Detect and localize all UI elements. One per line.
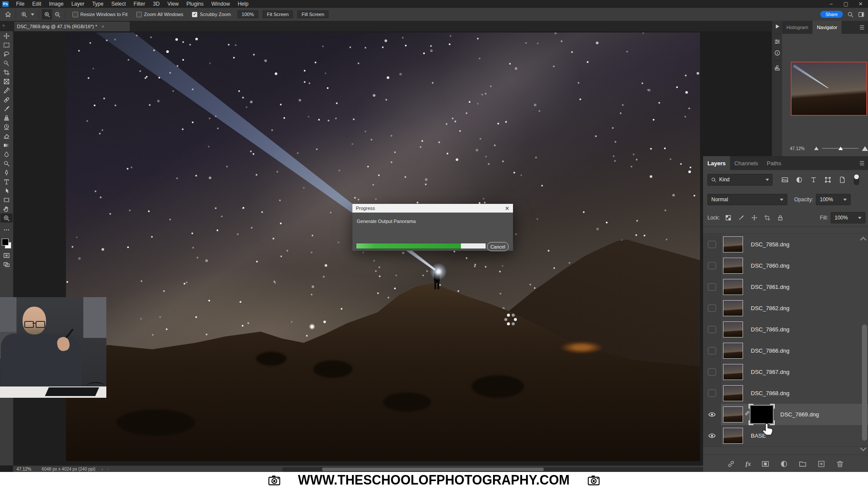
layer-thumbnail[interactable] <box>723 300 743 316</box>
layer-thumbnail[interactable] <box>723 279 743 295</box>
layer-name[interactable]: DSC_7866.dng <box>751 340 789 361</box>
layer-row-dsc-7869-dng[interactable]: DSC_7869.dng <box>703 404 868 426</box>
tool-gradient[interactable] <box>0 141 13 150</box>
checkbox-icon[interactable] <box>72 12 78 17</box>
close-button[interactable]: ✕ <box>853 0 868 8</box>
filter-type-layer-icon[interactable] <box>810 176 817 183</box>
menu-layer[interactable]: Layer <box>67 0 88 8</box>
layer-row-dsc-7868-dng[interactable]: DSC_7868.dng <box>703 383 868 404</box>
filter-smart-object-icon[interactable] <box>838 176 846 183</box>
layer-row-dsc-7858-dng[interactable]: DSC_7858.dng <box>703 234 868 255</box>
filter-kind-dropdown[interactable]: Kind <box>707 174 773 186</box>
checkbox-zoom-all-windows[interactable]: Zoom All Windows <box>136 12 183 17</box>
color-swatches[interactable] <box>0 236 13 251</box>
visibility-toggle[interactable] <box>703 425 721 446</box>
tab-navigator[interactable]: Navigator <box>812 21 842 34</box>
tool-type[interactable] <box>0 177 13 186</box>
layer-row-dsc-7865-dng[interactable]: DSC_7865.dng <box>703 319 868 341</box>
panel-menu-icon[interactable]: ☰ <box>856 156 868 170</box>
lock-artboard-icon[interactable] <box>764 214 771 221</box>
visibility-toggle[interactable] <box>703 404 721 425</box>
layer-name[interactable]: DSC_7865.dng <box>751 319 789 340</box>
layers-scrollbar[interactable] <box>862 324 867 441</box>
layer-name[interactable]: DSC_7860.dng <box>751 255 789 276</box>
menu-help[interactable]: Help <box>234 0 253 8</box>
horizontal-scrollbar[interactable] <box>282 467 713 472</box>
visibility-toggle[interactable] <box>703 383 721 404</box>
dialog-close-icon[interactable]: ✕ <box>505 205 510 212</box>
panel-menu-icon[interactable]: ☰ <box>856 21 868 34</box>
tool-history-brush[interactable] <box>0 122 13 131</box>
zoom-out-mountain-icon[interactable] <box>814 147 819 150</box>
slider-thumb[interactable] <box>838 147 843 150</box>
lock-pixels-icon[interactable] <box>738 214 745 221</box>
tool-quick-mask[interactable] <box>0 251 13 260</box>
panel-info-icon[interactable] <box>772 47 783 59</box>
menu-window[interactable]: Window <box>207 0 234 8</box>
tool-lasso[interactable] <box>0 49 13 59</box>
menu-select[interactable]: Select <box>107 0 129 8</box>
zoom-100-button[interactable]: 100% <box>237 10 258 18</box>
tool-blur[interactable] <box>0 150 13 159</box>
tool-eraser[interactable] <box>0 131 13 141</box>
tab-histogram[interactable]: Histogram <box>782 21 812 34</box>
tool-crop[interactable] <box>0 68 13 77</box>
filter-toggle[interactable] <box>854 174 859 185</box>
checkbox-scrubby-zoom[interactable]: ✓Scrubby Zoom <box>192 12 231 17</box>
tool-brush[interactable] <box>0 104 13 113</box>
layer-row-dsc-7860-dng[interactable]: DSC_7860.dng <box>703 255 868 277</box>
tool-ellipsis[interactable] <box>0 225 13 234</box>
layer-row-dsc-7866-dng[interactable]: DSC_7866.dng <box>703 340 868 362</box>
tab-paths[interactable]: Paths <box>763 156 786 170</box>
menu-plugins[interactable]: Plugins <box>183 0 207 8</box>
delete-layer-button[interactable] <box>836 460 844 468</box>
lock-transparency-icon[interactable] <box>725 214 732 221</box>
filter-shape-layer-icon[interactable] <box>824 176 832 183</box>
layer-name[interactable]: DSC_7858.dng <box>751 234 789 255</box>
layer-row-dsc-7862-dng[interactable]: DSC_7862.dng <box>703 298 868 319</box>
lock-position-icon[interactable] <box>751 214 758 221</box>
fit-screen-button[interactable]: Fit Screen <box>263 10 293 18</box>
layer-thumbnail[interactable] <box>723 364 743 380</box>
tab-channels[interactable]: Channels <box>730 156 763 170</box>
chevron-down-icon[interactable] <box>31 13 34 16</box>
add-mask-button[interactable] <box>761 460 769 468</box>
workspace-icon[interactable] <box>858 11 865 18</box>
tool-screen-mode[interactable] <box>0 260 13 269</box>
panel-adjustments-icon[interactable] <box>772 36 783 47</box>
menu-image[interactable]: Image <box>45 0 67 8</box>
search-icon[interactable] <box>847 11 854 18</box>
zoom-in-mountain-icon[interactable] <box>862 146 868 151</box>
filter-adjustment-layer-icon[interactable] <box>796 176 803 183</box>
tool-path-selection[interactable] <box>0 186 13 195</box>
mask-link-icon[interactable] <box>744 410 750 416</box>
layer-thumbnail[interactable] <box>723 406 743 422</box>
tool-quick-selection[interactable] <box>0 59 13 68</box>
share-button[interactable]: Share <box>820 11 843 18</box>
tool-rectangle[interactable] <box>0 195 13 204</box>
layer-name[interactable]: DSC_7862.dng <box>751 298 789 319</box>
visibility-toggle[interactable] <box>703 255 721 276</box>
maximize-button[interactable]: ▢ <box>838 0 853 8</box>
layer-name[interactable]: DSC_7869.dng <box>780 404 819 425</box>
foreground-color-swatch[interactable] <box>2 239 9 246</box>
horizontal-scrollbar-thumb[interactable] <box>322 468 544 471</box>
visibility-toggle[interactable] <box>703 340 721 361</box>
tab-overflow-left-icon[interactable]: » <box>2 23 5 28</box>
tool-move[interactable] <box>0 31 13 40</box>
tool-pen[interactable] <box>0 168 13 177</box>
cancel-button[interactable]: Cancel <box>487 242 509 251</box>
menu-filter[interactable]: Filter <box>130 0 149 8</box>
layer-mask-thumbnail[interactable] <box>750 405 773 424</box>
dialog-titlebar[interactable]: Progress ✕ <box>352 204 513 213</box>
new-adjustment-button[interactable] <box>780 460 788 468</box>
zoom-tool-icon[interactable] <box>19 9 29 20</box>
home-icon[interactable] <box>3 9 13 20</box>
new-layer-button[interactable] <box>817 460 825 468</box>
tool-zoom[interactable] <box>0 213 13 223</box>
blend-mode-dropdown[interactable]: Normal <box>707 194 787 205</box>
layer-name[interactable]: DSC_7867.dng <box>751 361 789 383</box>
tool-hand[interactable] <box>0 204 13 213</box>
layer-thumbnail[interactable] <box>723 428 743 444</box>
layer-name[interactable]: DSC_7861.dng <box>751 276 789 298</box>
